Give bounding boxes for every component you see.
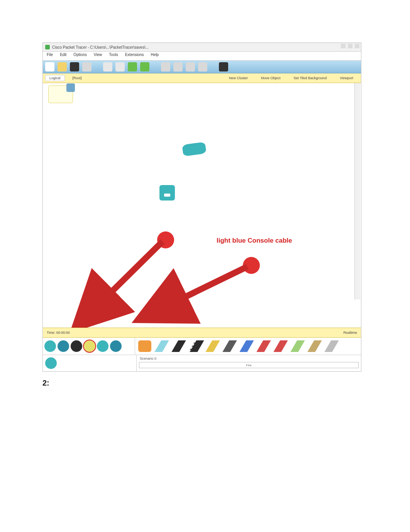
copy-icon[interactable] [103, 62, 112, 71]
step-number: 2: [42, 379, 49, 388]
switches-category-icon[interactable] [58, 340, 69, 352]
set-background-button[interactable]: Set Tiled Background [288, 75, 332, 81]
callout-text: light blue Console cable [217, 237, 292, 245]
zoom-out-icon[interactable] [173, 62, 183, 71]
undo-icon[interactable] [128, 62, 137, 71]
maximize-button[interactable] [348, 44, 352, 48]
menu-options[interactable]: Options [73, 53, 86, 59]
octal-cable-icon[interactable] [291, 340, 304, 352]
coax-cable-icon[interactable] [240, 340, 253, 352]
sticky-note[interactable] [48, 85, 73, 103]
root-label[interactable]: [Root] [67, 75, 87, 81]
viewport-button[interactable]: Viewport [334, 75, 359, 81]
paste-icon[interactable] [115, 62, 125, 71]
custom-device-icon[interactable] [219, 62, 228, 71]
selected-device-icon[interactable] [45, 357, 57, 369]
print-icon[interactable] [82, 62, 91, 71]
time-bar: Time: 00:00:00 Realtime [43, 328, 361, 338]
fire-bar-label: Fire [246, 364, 252, 367]
redo-icon[interactable] [140, 62, 149, 71]
footer-bar: Scenario 0 Fire [43, 355, 361, 371]
callout-dot-1 [157, 231, 174, 248]
menu-tools[interactable]: Tools [109, 53, 118, 59]
note-pin-icon [66, 83, 75, 92]
palette-icon[interactable] [198, 62, 207, 71]
vertical-scrollbar[interactable] [354, 83, 360, 299]
packet-tracer-window: Cisco Packet Tracer - C:\Users\...\Packe… [42, 42, 361, 372]
extra-cable-icon[interactable] [325, 340, 338, 352]
callout-dot-2 [243, 257, 260, 274]
serial-dte-icon[interactable] [274, 340, 287, 352]
selected-device-box [43, 355, 137, 371]
router-device[interactable] [182, 142, 207, 156]
annotation-arrows [43, 83, 361, 330]
draw-icon[interactable] [186, 62, 195, 71]
svg-line-1 [176, 267, 247, 301]
titlebar: Cisco Packet Tracer - C:\Users\...\Packe… [43, 43, 361, 52]
menu-help[interactable]: Help [151, 53, 159, 59]
move-object-button[interactable]: Move Object [256, 75, 286, 81]
close-button[interactable] [355, 44, 359, 48]
app-icon [45, 45, 50, 49]
connections-category-icon[interactable] [84, 340, 95, 352]
end-devices-category-icon[interactable] [97, 340, 108, 352]
console-cable-icon[interactable] [155, 340, 168, 352]
connections-row [135, 338, 361, 355]
device-category-box [43, 338, 135, 355]
save-icon[interactable] [70, 62, 79, 71]
minimize-button[interactable] [341, 44, 346, 48]
zoom-in-icon[interactable] [161, 62, 170, 71]
menu-file[interactable]: File [47, 53, 53, 59]
open-icon[interactable] [58, 62, 67, 71]
hubs-category-icon[interactable] [71, 340, 82, 352]
logical-bar: Logical [Root] New Cluster Move Object S… [43, 73, 361, 83]
fire-bar[interactable]: Fire [139, 362, 359, 368]
workspace-canvas[interactable]: light blue Console cable [43, 83, 361, 299]
switch-device[interactable] [159, 185, 175, 201]
routers-category-icon[interactable] [44, 340, 56, 352]
bottom-panel: Time: 00:00:00 Realtime [43, 328, 361, 371]
wan-category-icon[interactable] [110, 340, 122, 352]
realtime-tab[interactable]: Realtime [343, 331, 357, 335]
new-icon[interactable] [45, 62, 54, 71]
new-cluster-button[interactable]: New Cluster [224, 75, 253, 81]
menu-extensions[interactable]: Extensions [125, 53, 144, 59]
logical-tab[interactable]: Logical [45, 75, 65, 81]
svg-line-0 [105, 241, 163, 299]
window-title: Cisco Packet Tracer - C:\Users\...\Packe… [52, 45, 149, 49]
fiber-cable-icon[interactable] [206, 340, 219, 352]
auto-cable-icon[interactable] [138, 340, 151, 352]
main-toolbar [43, 61, 361, 73]
menu-view[interactable]: View [94, 53, 102, 59]
scenario-label: Scenario 0 [137, 355, 361, 362]
phone-cable-icon[interactable] [223, 340, 236, 352]
time-label: Time: 00:00:00 [47, 331, 70, 335]
usb-cable-icon[interactable] [308, 340, 321, 352]
copper-cross-icon[interactable] [189, 340, 202, 352]
menu-edit[interactable]: Edit [60, 53, 66, 59]
serial-dce-icon[interactable] [257, 340, 270, 352]
copper-straight-icon[interactable] [172, 340, 185, 352]
menubar: File Edit Options View Tools Extensions … [43, 52, 361, 61]
